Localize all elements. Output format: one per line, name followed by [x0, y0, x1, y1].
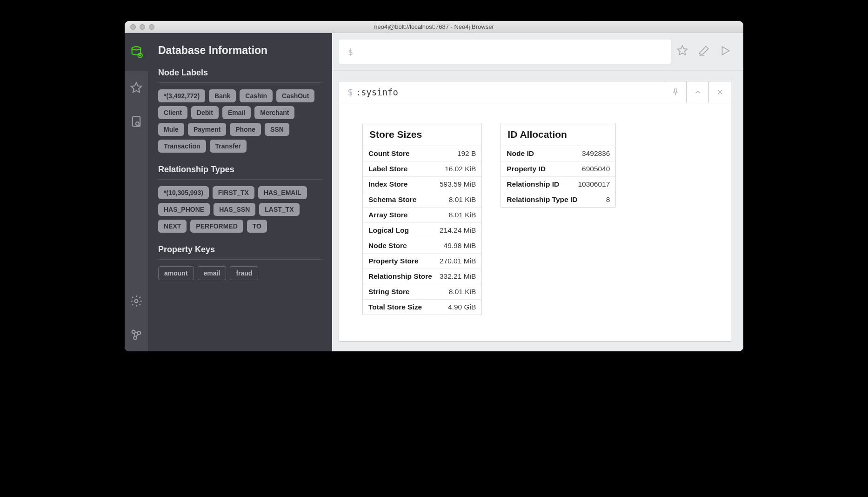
node-label-pill[interactable]: Debit	[191, 106, 219, 119]
result-card-header: $:sysinfo	[339, 81, 731, 103]
results-area: $:sysinfo	[332, 71, 743, 351]
nav-documents[interactable]	[125, 105, 148, 138]
table-row: Relationship ID10306017	[501, 177, 615, 192]
table-row: Total Store Size4.90 GiB	[363, 300, 481, 315]
nav-favorites[interactable]	[125, 71, 148, 105]
svg-point-7	[134, 336, 137, 340]
row-value: 593.59 MiB	[437, 177, 481, 192]
table-heading: ID Allocation	[501, 123, 615, 146]
editor-prompt: $	[348, 47, 353, 57]
svg-point-5	[132, 330, 135, 334]
rel-type-pill[interactable]: HAS_SSN	[214, 203, 255, 216]
nav-about[interactable]	[125, 318, 148, 351]
node-label-pill[interactable]: Mule	[158, 123, 184, 136]
table-heading: Store Sizes	[363, 123, 481, 146]
row-key: Property ID	[501, 161, 579, 176]
row-key: Schema Store	[363, 192, 446, 207]
row-value: 10306017	[575, 177, 615, 192]
table-row: Property Store270.01 MiB	[363, 254, 481, 269]
database-icon	[130, 46, 143, 59]
table-rows: Count Store192 BLabel Store16.02 KiBInde…	[363, 146, 481, 315]
gear-icon	[130, 295, 143, 308]
row-key: Index Store	[363, 177, 437, 192]
divider	[158, 259, 322, 260]
row-key: Relationship Store	[363, 269, 437, 284]
close-icon	[716, 88, 724, 96]
row-key: Node Store	[363, 238, 441, 253]
table-row: Array Store8.01 KiB	[363, 208, 481, 223]
node-label-pill[interactable]: CashIn	[240, 89, 273, 102]
document-search-icon	[130, 115, 143, 128]
node-label-pill[interactable]: Phone	[230, 123, 261, 136]
section-node-labels: Node Labels *(3,492,772)BankCashInCashOu…	[158, 68, 322, 153]
prop-keys-pills: amountemailfraud	[158, 266, 322, 280]
row-key: Relationship ID	[501, 177, 575, 192]
rel-type-pill[interactable]: HAS_EMAIL	[258, 186, 307, 199]
node-label-pill[interactable]: Payment	[188, 123, 226, 136]
editor-bar: $	[332, 33, 743, 71]
graph-icon	[130, 328, 143, 341]
sidebar-title: Database Information	[158, 44, 322, 57]
rel-type-pill[interactable]: FIRST_TX	[213, 186, 254, 199]
row-key: Logical Log	[363, 223, 437, 238]
svg-point-6	[137, 331, 140, 335]
run-button[interactable]	[719, 45, 731, 59]
pin-button[interactable]	[664, 81, 686, 103]
row-value: 4.90 GiB	[445, 300, 481, 315]
property-key-pill[interactable]: email	[198, 266, 227, 280]
node-label-pill[interactable]: Email	[222, 106, 251, 119]
row-key: Array Store	[363, 208, 446, 222]
divider	[158, 179, 322, 180]
node-label-pill[interactable]: Client	[158, 106, 187, 119]
node-label-pill[interactable]: Transfer	[210, 140, 247, 153]
table-row: Logical Log214.24 MiB	[363, 223, 481, 238]
row-value: 16.02 KiB	[442, 161, 481, 176]
node-label-pill[interactable]: Bank	[209, 89, 236, 102]
node-label-pill[interactable]: CashOut	[276, 89, 314, 102]
collapse-button[interactable]	[686, 81, 708, 103]
svg-point-0	[132, 47, 141, 50]
row-value: 332.21 MiB	[437, 269, 481, 284]
row-key: Node ID	[501, 146, 579, 161]
section-property-keys: Property Keys amountemailfraud	[158, 245, 322, 280]
rel-type-pill[interactable]: LAST_TX	[259, 203, 299, 216]
table-row: Label Store16.02 KiB	[363, 161, 481, 177]
cypher-editor[interactable]: $	[339, 40, 671, 64]
favorite-button[interactable]	[676, 45, 688, 59]
table-row: String Store8.01 KiB	[363, 284, 481, 300]
prompt-symbol: $	[347, 87, 353, 97]
result-card-body: Store Sizes Count Store192 BLabel Store1…	[339, 103, 731, 341]
node-label-pill[interactable]: *(3,492,772)	[158, 89, 205, 102]
row-key: String Store	[363, 284, 446, 299]
node-label-pill[interactable]: Merchant	[254, 106, 294, 119]
result-card: $:sysinfo	[339, 81, 731, 342]
node-label-pill[interactable]: Transaction	[158, 140, 206, 153]
sidebar: Database Information Node Labels *(3,492…	[148, 33, 332, 351]
section-rel-types: Relationship Types *(10,305,993)FIRST_TX…	[158, 165, 322, 233]
row-key: Count Store	[363, 146, 454, 161]
rel-type-pill[interactable]: TO	[247, 220, 267, 233]
id-allocation-table: ID Allocation Node ID3492836Property ID6…	[501, 123, 616, 208]
svg-point-4	[135, 300, 138, 303]
nav-settings[interactable]	[125, 284, 148, 318]
rel-type-pill[interactable]: HAS_PHONE	[158, 203, 210, 216]
rel-types-pills: *(10,305,993)FIRST_TXHAS_EMAILHAS_PHONEH…	[158, 186, 322, 233]
section-heading: Property Keys	[158, 245, 322, 255]
table-row: Relationship Store332.21 MiB	[363, 269, 481, 284]
table-row: Index Store593.59 MiB	[363, 177, 481, 192]
close-button[interactable]	[708, 81, 731, 103]
section-heading: Node Labels	[158, 68, 322, 78]
eraser-icon	[698, 45, 710, 57]
command-text: :sysinfo	[355, 87, 398, 97]
rel-type-pill[interactable]: NEXT	[158, 220, 187, 233]
star-icon	[130, 81, 143, 94]
clear-button[interactable]	[698, 45, 710, 59]
rel-type-pill[interactable]: PERFORMED	[190, 220, 243, 233]
property-key-pill[interactable]: amount	[158, 266, 194, 280]
rel-type-pill[interactable]: *(10,305,993)	[158, 186, 209, 199]
nav-database[interactable]	[125, 33, 148, 71]
node-label-pill[interactable]: SSN	[265, 123, 289, 136]
window-title: neo4j@bolt://localhost:7687 - Neo4j Brow…	[125, 23, 743, 30]
row-key: Property Store	[363, 254, 437, 269]
property-key-pill[interactable]: fraud	[230, 266, 258, 280]
